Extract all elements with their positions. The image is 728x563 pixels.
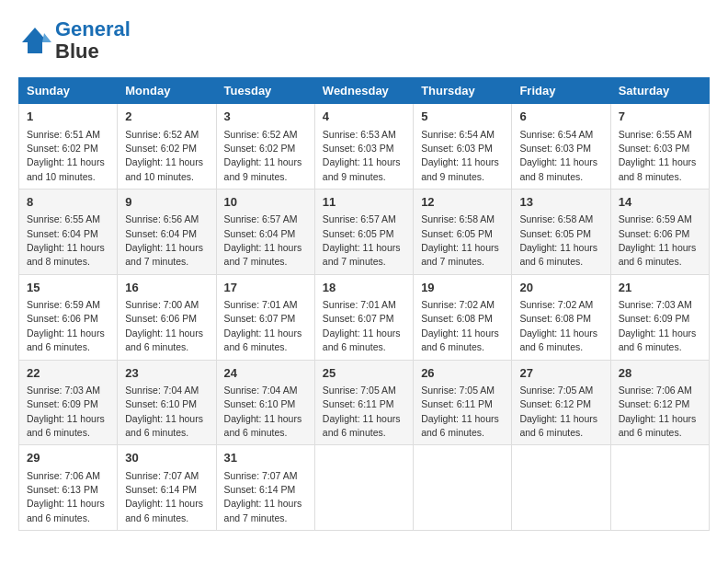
logo-icon [18,24,51,57]
calendar-cell: 31Sunrise: 7:07 AMSunset: 6:14 PMDayligh… [216,445,314,531]
day-number: 8 [27,194,109,211]
day-number: 31 [224,450,307,466]
calendar-cell: 5Sunrise: 6:54 AMSunset: 6:03 PMDaylight… [414,104,512,190]
calendar-cell: 1Sunrise: 6:51 AMSunset: 6:02 PMDaylight… [19,104,118,190]
calendar-cell: 25Sunrise: 7:05 AMSunset: 6:11 PMDayligh… [314,360,413,445]
sunrise-text: Sunrise: 7:06 AMSunset: 6:13 PMDaylight:… [27,470,105,523]
sunrise-text: Sunrise: 6:58 AMSunset: 6:05 PMDaylight:… [421,213,499,267]
day-number: 7 [619,109,701,125]
calendar-cell: 12Sunrise: 6:58 AMSunset: 6:05 PMDayligh… [414,190,512,275]
sunrise-text: Sunrise: 6:55 AMSunset: 6:03 PMDaylight:… [619,129,697,182]
day-number: 25 [323,365,405,382]
calendar-week-row: 29Sunrise: 7:06 AMSunset: 6:13 PMDayligh… [19,445,710,531]
day-number: 1 [27,109,109,125]
calendar-cell: 16Sunrise: 7:00 AMSunset: 6:06 PMDayligh… [118,274,216,360]
day-number: 18 [323,280,405,296]
header-day: Monday [118,78,216,104]
sunrise-text: Sunrise: 6:55 AMSunset: 6:04 PMDaylight:… [27,213,105,267]
calendar-cell: 3Sunrise: 6:52 AMSunset: 6:02 PMDaylight… [216,104,314,190]
sunrise-text: Sunrise: 6:57 AMSunset: 6:04 PMDaylight:… [224,213,302,267]
day-number: 17 [224,280,307,296]
sunrise-text: Sunrise: 7:07 AMSunset: 6:14 PMDaylight:… [224,470,302,523]
day-number: 30 [125,450,208,466]
calendar-header: SundayMondayTuesdayWednesdayThursdayFrid… [19,78,710,104]
logo: GeneralBlue [18,18,131,63]
calendar-week-row: 8Sunrise: 6:55 AMSunset: 6:04 PMDaylight… [19,190,710,275]
day-number: 2 [125,109,208,125]
calendar-cell: 14Sunrise: 6:59 AMSunset: 6:06 PMDayligh… [610,190,709,275]
sunrise-text: Sunrise: 6:52 AMSunset: 6:02 PMDaylight:… [125,129,203,182]
calendar-cell: 30Sunrise: 7:07 AMSunset: 6:14 PMDayligh… [118,445,216,531]
calendar-cell: 9Sunrise: 6:56 AMSunset: 6:04 PMDaylight… [118,190,216,275]
calendar-cell: 8Sunrise: 6:55 AMSunset: 6:04 PMDaylight… [19,190,118,275]
day-number: 12 [421,194,504,211]
page-header: GeneralBlue [18,18,710,63]
calendar-cell: 15Sunrise: 6:59 AMSunset: 6:06 PMDayligh… [19,274,118,360]
calendar-cell: 18Sunrise: 7:01 AMSunset: 6:07 PMDayligh… [314,274,413,360]
day-number: 20 [519,280,602,296]
sunrise-text: Sunrise: 7:05 AMSunset: 6:11 PMDaylight:… [323,385,401,438]
sunrise-text: Sunrise: 7:07 AMSunset: 6:14 PMDaylight:… [125,470,203,523]
header-row: SundayMondayTuesdayWednesdayThursdayFrid… [19,78,710,104]
sunrise-text: Sunrise: 7:03 AMSunset: 6:09 PMDaylight:… [27,385,105,438]
calendar-cell: 2Sunrise: 6:52 AMSunset: 6:02 PMDaylight… [118,104,216,190]
header-day: Wednesday [314,78,413,104]
sunrise-text: Sunrise: 7:04 AMSunset: 6:10 PMDaylight:… [224,385,302,438]
calendar-body: 1Sunrise: 6:51 AMSunset: 6:02 PMDaylight… [19,104,710,531]
sunrise-text: Sunrise: 6:51 AMSunset: 6:02 PMDaylight:… [27,129,105,182]
day-number: 13 [519,194,602,211]
calendar-cell [512,445,610,531]
calendar-week-row: 15Sunrise: 6:59 AMSunset: 6:06 PMDayligh… [19,274,710,360]
header-day: Tuesday [216,78,314,104]
sunrise-text: Sunrise: 6:53 AMSunset: 6:03 PMDaylight:… [323,129,401,182]
calendar-cell: 28Sunrise: 7:06 AMSunset: 6:12 PMDayligh… [610,360,709,445]
calendar-cell [610,445,709,531]
calendar-cell: 21Sunrise: 7:03 AMSunset: 6:09 PMDayligh… [610,274,709,360]
calendar-cell: 11Sunrise: 6:57 AMSunset: 6:05 PMDayligh… [314,190,413,275]
day-number: 22 [27,365,109,382]
header-day: Thursday [414,78,512,104]
sunrise-text: Sunrise: 7:05 AMSunset: 6:11 PMDaylight:… [421,385,499,438]
sunrise-text: Sunrise: 6:59 AMSunset: 6:06 PMDaylight:… [27,299,105,352]
day-number: 11 [323,194,405,211]
calendar-cell [314,445,413,531]
header-day: Friday [512,78,610,104]
day-number: 3 [224,109,307,125]
calendar-cell: 19Sunrise: 7:02 AMSunset: 6:08 PMDayligh… [414,274,512,360]
calendar-cell: 20Sunrise: 7:02 AMSunset: 6:08 PMDayligh… [512,274,610,360]
sunrise-text: Sunrise: 6:54 AMSunset: 6:03 PMDaylight:… [519,129,597,182]
sunrise-text: Sunrise: 7:02 AMSunset: 6:08 PMDaylight:… [519,299,597,352]
calendar-table: SundayMondayTuesdayWednesdayThursdayFrid… [18,77,710,531]
calendar-cell [414,445,512,531]
sunrise-text: Sunrise: 7:00 AMSunset: 6:06 PMDaylight:… [125,299,203,352]
sunrise-text: Sunrise: 6:58 AMSunset: 6:05 PMDaylight:… [519,213,597,267]
calendar-week-row: 1Sunrise: 6:51 AMSunset: 6:02 PMDaylight… [19,104,710,190]
header-day: Saturday [610,78,709,104]
day-number: 24 [224,365,307,382]
day-number: 4 [323,109,405,125]
day-number: 14 [619,194,701,211]
calendar-cell: 23Sunrise: 7:04 AMSunset: 6:10 PMDayligh… [118,360,216,445]
day-number: 9 [125,194,208,211]
header-day: Sunday [19,78,118,104]
day-number: 21 [619,280,701,296]
day-number: 6 [519,109,602,125]
day-number: 27 [519,365,602,382]
day-number: 23 [125,365,208,382]
sunrise-text: Sunrise: 7:01 AMSunset: 6:07 PMDaylight:… [323,299,401,352]
day-number: 29 [27,450,109,466]
sunrise-text: Sunrise: 7:01 AMSunset: 6:07 PMDaylight:… [224,299,302,352]
sunrise-text: Sunrise: 6:52 AMSunset: 6:02 PMDaylight:… [224,129,302,182]
day-number: 28 [619,365,701,382]
logo-text: GeneralBlue [55,18,131,63]
day-number: 16 [125,280,208,296]
calendar-cell: 26Sunrise: 7:05 AMSunset: 6:11 PMDayligh… [414,360,512,445]
calendar-cell: 22Sunrise: 7:03 AMSunset: 6:09 PMDayligh… [19,360,118,445]
calendar-cell: 7Sunrise: 6:55 AMSunset: 6:03 PMDaylight… [610,104,709,190]
sunrise-text: Sunrise: 7:05 AMSunset: 6:12 PMDaylight:… [519,385,597,438]
sunrise-text: Sunrise: 7:02 AMSunset: 6:08 PMDaylight:… [421,299,499,352]
calendar-cell: 29Sunrise: 7:06 AMSunset: 6:13 PMDayligh… [19,445,118,531]
sunrise-text: Sunrise: 6:59 AMSunset: 6:06 PMDaylight:… [619,213,697,267]
calendar-week-row: 22Sunrise: 7:03 AMSunset: 6:09 PMDayligh… [19,360,710,445]
calendar-cell: 17Sunrise: 7:01 AMSunset: 6:07 PMDayligh… [216,274,314,360]
